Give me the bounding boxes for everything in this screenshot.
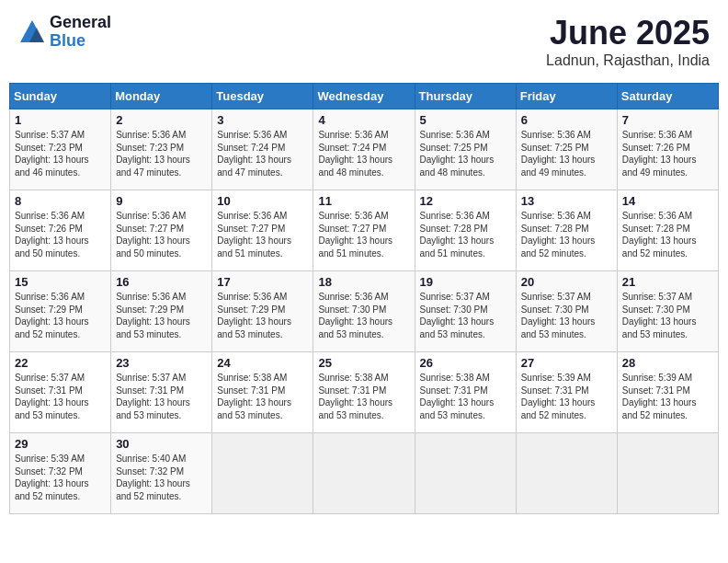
day-16: 16 Sunrise: 5:36 AMSunset: 7:29 PMDaylig… xyxy=(111,271,212,352)
calendar-title: June 2025 xyxy=(546,14,710,52)
day-25: 25 Sunrise: 5:38 AMSunset: 7:31 PMDaylig… xyxy=(313,352,415,433)
day-3: 3 Sunrise: 5:36 AMSunset: 7:24 PMDayligh… xyxy=(212,109,313,190)
empty-cell xyxy=(415,433,516,514)
day-12: 12 Sunrise: 5:36 AMSunset: 7:28 PMDaylig… xyxy=(415,190,516,271)
header-thursday: Thursday xyxy=(415,84,516,109)
day-9: 9 Sunrise: 5:36 AMSunset: 7:27 PMDayligh… xyxy=(111,190,212,271)
day-27: 27 Sunrise: 5:39 AMSunset: 7:31 PMDaylig… xyxy=(516,352,617,433)
day-22: 22 Sunrise: 5:37 AMSunset: 7:31 PMDaylig… xyxy=(10,352,111,433)
day-19: 19 Sunrise: 5:37 AMSunset: 7:30 PMDaylig… xyxy=(415,271,516,352)
header-monday: Monday xyxy=(111,84,212,109)
table-row: 22 Sunrise: 5:37 AMSunset: 7:31 PMDaylig… xyxy=(10,352,719,433)
title-block: June 2025 Ladnun, Rajasthan, India xyxy=(546,14,710,69)
header-sunday: Sunday xyxy=(10,84,111,109)
day-8: 8 Sunrise: 5:36 AMSunset: 7:26 PMDayligh… xyxy=(10,190,111,271)
day-11: 11 Sunrise: 5:36 AMSunset: 7:27 PMDaylig… xyxy=(313,190,415,271)
day-6: 6 Sunrise: 5:36 AMSunset: 7:25 PMDayligh… xyxy=(516,109,617,190)
table-row: 15 Sunrise: 5:36 AMSunset: 7:29 PMDaylig… xyxy=(10,271,719,352)
header-saturday: Saturday xyxy=(617,84,718,109)
day-14: 14 Sunrise: 5:36 AMSunset: 7:28 PMDaylig… xyxy=(617,190,718,271)
day-4: 4 Sunrise: 5:36 AMSunset: 7:24 PMDayligh… xyxy=(313,109,415,190)
day-28: 28 Sunrise: 5:39 AMSunset: 7:31 PMDaylig… xyxy=(617,352,718,433)
day-26: 26 Sunrise: 5:38 AMSunset: 7:31 PMDaylig… xyxy=(415,352,516,433)
table-row: 29 Sunrise: 5:39 AMSunset: 7:32 PMDaylig… xyxy=(10,433,719,514)
empty-cell xyxy=(516,433,617,514)
logo-icon xyxy=(18,18,46,46)
day-17: 17 Sunrise: 5:36 AMSunset: 7:29 PMDaylig… xyxy=(212,271,313,352)
empty-cell xyxy=(313,433,415,514)
logo: General Blue xyxy=(18,14,111,51)
logo-blue-text: Blue xyxy=(50,32,111,51)
header-tuesday: Tuesday xyxy=(212,84,313,109)
day-20: 20 Sunrise: 5:37 AMSunset: 7:30 PMDaylig… xyxy=(516,271,617,352)
table-row: 1 Sunrise: 5:37 AMSunset: 7:23 PMDayligh… xyxy=(10,109,719,190)
calendar-location: Ladnun, Rajasthan, India xyxy=(546,52,710,69)
day-15: 15 Sunrise: 5:36 AMSunset: 7:29 PMDaylig… xyxy=(10,271,111,352)
logo-text: General Blue xyxy=(50,14,111,51)
day-2: 2 Sunrise: 5:36 AMSunset: 7:23 PMDayligh… xyxy=(111,109,212,190)
day-7: 7 Sunrise: 5:36 AMSunset: 7:26 PMDayligh… xyxy=(617,109,718,190)
header-wednesday: Wednesday xyxy=(313,84,415,109)
page-header: General Blue June 2025 Ladnun, Rajasthan… xyxy=(9,9,719,74)
day-18: 18 Sunrise: 5:36 AMSunset: 7:30 PMDaylig… xyxy=(313,271,415,352)
empty-cell xyxy=(617,433,718,514)
day-29: 29 Sunrise: 5:39 AMSunset: 7:32 PMDaylig… xyxy=(10,433,111,514)
header-friday: Friday xyxy=(516,84,617,109)
day-30: 30 Sunrise: 5:40 AMSunset: 7:32 PMDaylig… xyxy=(111,433,212,514)
weekday-header-row: Sunday Monday Tuesday Wednesday Thursday… xyxy=(10,84,719,109)
empty-cell xyxy=(212,433,313,514)
day-21: 21 Sunrise: 5:37 AMSunset: 7:30 PMDaylig… xyxy=(617,271,718,352)
day-10: 10 Sunrise: 5:36 AMSunset: 7:27 PMDaylig… xyxy=(212,190,313,271)
day-24: 24 Sunrise: 5:38 AMSunset: 7:31 PMDaylig… xyxy=(212,352,313,433)
day-13: 13 Sunrise: 5:36 AMSunset: 7:28 PMDaylig… xyxy=(516,190,617,271)
table-row: 8 Sunrise: 5:36 AMSunset: 7:26 PMDayligh… xyxy=(10,190,719,271)
logo-general-text: General xyxy=(50,14,111,32)
day-5: 5 Sunrise: 5:36 AMSunset: 7:25 PMDayligh… xyxy=(415,109,516,190)
day-1: 1 Sunrise: 5:37 AMSunset: 7:23 PMDayligh… xyxy=(10,109,111,190)
day-23: 23 Sunrise: 5:37 AMSunset: 7:31 PMDaylig… xyxy=(111,352,212,433)
calendar-table: Sunday Monday Tuesday Wednesday Thursday… xyxy=(9,83,719,514)
